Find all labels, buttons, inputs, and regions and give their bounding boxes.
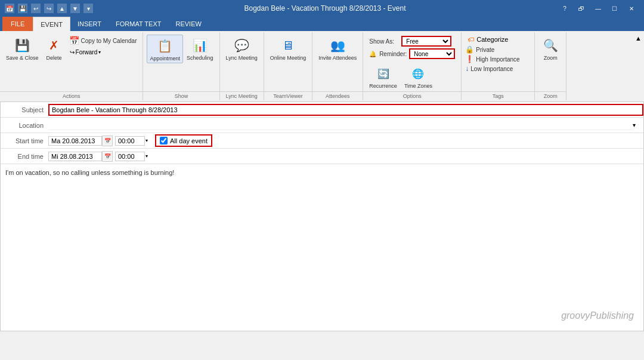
event-body[interactable]: I'm on vacation, so no calling unless so… <box>0 164 644 331</box>
zoom-button[interactable]: 🔍 Zoom <box>538 35 562 62</box>
start-time-row: Start time 📅 ▾ All day event <box>1 133 643 149</box>
save-close-label: Save & Close <box>6 55 39 61</box>
high-importance-label: High Importance <box>476 56 519 63</box>
recurrence-button[interactable]: 🔄 Recurrence <box>367 63 400 90</box>
end-date-input[interactable] <box>48 152 102 161</box>
ribbon-group-show: 📋 Appointment 📊 Scheduling Show <box>143 32 219 100</box>
ribbon-group-actions: 💾 Save & Close ✗ Delete 📅 Copy to My Cal… <box>0 32 143 100</box>
tab-insert[interactable]: INSERT <box>70 17 109 31</box>
end-time-row: End time 📅 ▾ <box>1 149 643 164</box>
copy-calendar-icon: 📅 <box>70 36 79 45</box>
scheduling-label: Scheduling <box>187 55 213 61</box>
zoom-group-label: Zoom <box>535 91 566 100</box>
ribbon-group-lync: 💬 Lync Meeting Lync Meeting <box>220 32 264 100</box>
event-body-text: I'm on vacation, so no calling unless so… <box>5 169 639 176</box>
ribbon: 💾 Save & Close ✗ Delete 📅 Copy to My Cal… <box>0 31 644 102</box>
save-close-icon: 💾 <box>13 36 32 55</box>
watermark: groovyPublishing <box>561 310 634 321</box>
lync-meeting-button[interactable]: 💬 Lync Meeting <box>224 35 260 62</box>
low-importance-icon: ↓ <box>465 64 469 73</box>
maximize-button[interactable]: ☐ <box>607 2 623 14</box>
tab-format-text[interactable]: FORMAT TEXT <box>109 17 168 31</box>
lync-label: Lync Meeting <box>226 55 258 61</box>
start-time-input[interactable] <box>115 136 145 146</box>
show-group-label: Show <box>143 91 219 100</box>
lync-icon: 💬 <box>232 36 251 55</box>
attendees-group-label: Attendees <box>312 91 363 100</box>
start-time-dropdown[interactable]: ▾ <box>145 138 148 143</box>
show-as-row: Show As: Free Busy Tentative Out of Offi… <box>369 36 455 47</box>
subject-input[interactable] <box>48 104 643 116</box>
all-day-container: All day event <box>155 134 212 147</box>
delete-button[interactable]: ✗ Delete <box>42 35 66 62</box>
location-row: Location ▾ <box>1 118 643 133</box>
ribbon-group-options: Show As: Free Busy Tentative Out of Offi… <box>363 32 462 100</box>
location-input[interactable] <box>48 120 633 130</box>
reminder-icon: 🔔 <box>369 51 376 57</box>
recurrence-label: Recurrence <box>369 83 397 89</box>
show-options: Show As: Free Busy Tentative Out of Offi… <box>367 35 457 60</box>
end-time-input[interactable] <box>115 152 145 161</box>
appointment-button[interactable]: 📋 Appointment <box>147 35 183 63</box>
invite-attendees-button[interactable]: 👥 Invite Attendees <box>316 35 359 62</box>
all-day-label: All day event <box>170 137 208 144</box>
title-controls: ? 🗗 — ☐ ✕ <box>557 2 639 14</box>
all-day-checkbox[interactable] <box>160 137 168 144</box>
forward-button[interactable]: ↪ Forward ▾ <box>67 48 140 57</box>
start-date-input[interactable] <box>48 136 102 146</box>
quick-save-icon[interactable]: 💾 <box>18 4 27 13</box>
forward-label: Forward <box>76 49 98 56</box>
ribbon-group-zoom: 🔍 Zoom Zoom <box>535 32 566 100</box>
ribbon-collapse-button[interactable]: ▲ <box>633 32 644 100</box>
forward-dropdown-icon: ▾ <box>98 50 101 55</box>
location-dropdown-icon[interactable]: ▾ <box>633 122 643 128</box>
options-group-label: Options <box>363 91 461 100</box>
tab-file[interactable]: FILE <box>2 17 33 31</box>
show-as-select[interactable]: Free Busy Tentative Out of Office <box>401 36 451 47</box>
reminder-select[interactable]: None 5 minutes 15 minutes 30 minutes 1 h… <box>409 48 455 59</box>
quick-undo-icon[interactable]: ↩ <box>31 4 41 13</box>
time-zones-button[interactable]: 🌐 Time Zones <box>402 63 435 90</box>
close-button[interactable]: ✕ <box>624 2 639 14</box>
end-time-dropdown[interactable]: ▾ <box>145 153 148 159</box>
ribbon-group-teamviewer: 🖥 Online Meeting TeamViewer <box>264 32 313 100</box>
location-input-container: ▾ <box>48 120 643 130</box>
teamviewer-label: Online Meeting <box>270 55 306 61</box>
private-icon: 🔒 <box>465 45 474 54</box>
high-importance-button[interactable]: ❗ High Importance <box>465 55 519 63</box>
tab-review[interactable]: REVIEW <box>168 17 208 31</box>
tags-group-label: Tags <box>462 91 534 100</box>
start-time-label: Start time <box>1 135 48 147</box>
subject-row: Subject <box>1 102 643 118</box>
copy-to-calendar-button[interactable]: 📅 Copy to My Calendar <box>67 35 140 47</box>
end-calendar-button[interactable]: 📅 <box>102 151 113 162</box>
quick-up-icon[interactable]: ▲ <box>57 4 67 13</box>
quick-down-icon[interactable]: ▼ <box>70 4 80 13</box>
ribbon-tabs: FILE EVENT INSERT FORMAT TEXT REVIEW <box>0 17 644 31</box>
reminder-label: 🔔 Reminder: <box>369 51 407 57</box>
title-bar: 📅 💾 ↩ ↪ ▲ ▼ ▾ Bogdan Bele - Vacation Thr… <box>0 0 644 17</box>
minimize-button[interactable]: — <box>590 2 606 14</box>
save-close-button[interactable]: 💾 Save & Close <box>4 35 41 62</box>
private-button[interactable]: 🔒 Private <box>465 45 494 54</box>
teamviewer-button[interactable]: 🖥 Online Meeting <box>268 35 309 62</box>
title-bar-left: 📅 💾 ↩ ↪ ▲ ▼ ▾ <box>5 4 93 13</box>
low-importance-button[interactable]: ↓ Low Importance <box>465 64 513 73</box>
tab-event[interactable]: EVENT <box>33 17 70 31</box>
show-as-label: Show As: <box>369 38 399 45</box>
actions-group-label: Actions <box>0 91 143 100</box>
quick-redo-icon[interactable]: ↪ <box>44 4 54 13</box>
categorize-button[interactable]: 🏷 Categorize <box>465 35 531 44</box>
help-button[interactable]: ? <box>557 2 572 14</box>
restore-button[interactable]: 🗗 <box>574 2 589 14</box>
time-zones-label: Time Zones <box>404 83 432 89</box>
teamviewer-group-label: TeamViewer <box>264 91 312 100</box>
delete-label: Delete <box>47 55 62 61</box>
categorize-icon: 🏷 <box>467 36 474 43</box>
start-calendar-button[interactable]: 📅 <box>102 136 113 146</box>
scheduling-button[interactable]: 📊 Scheduling <box>184 35 216 62</box>
delete-icon: ✗ <box>45 36 64 55</box>
private-label: Private <box>476 47 494 53</box>
quick-more-icon[interactable]: ▾ <box>83 4 93 13</box>
forward-icon: ↪ <box>70 49 75 56</box>
